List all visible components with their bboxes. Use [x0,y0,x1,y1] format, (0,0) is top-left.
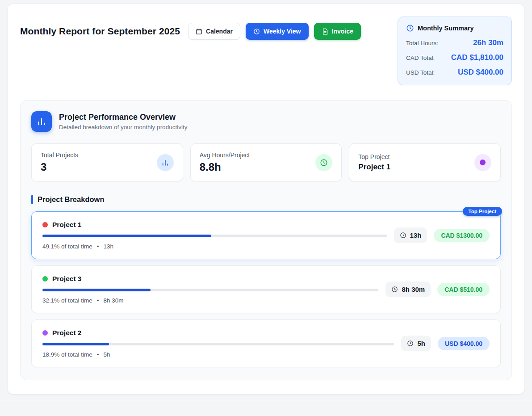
document-icon [322,28,328,35]
progress-fill [42,289,151,291]
stat-value: Project 1 [358,163,390,172]
clock-icon [406,24,414,32]
progress-track [42,235,387,237]
breakdown-title: Project Breakdown [38,195,104,204]
weekly-view-button[interactable]: Weekly View [246,23,309,40]
calendar-button[interactable]: Calendar [188,23,240,40]
duration-pill: 5h [401,336,431,351]
stat-card-total-projects: Total Projects 3 [31,143,183,181]
progress-track [42,343,394,345]
project-name: Project 3 [52,275,81,283]
stat-label: Total Projects [41,151,78,159]
summary-value: 26h 30m [473,38,503,47]
invoice-button[interactable]: Invoice [314,23,361,40]
overview-title: Project Performance Overview [59,113,187,122]
summary-title: Monthly Summary [418,25,474,32]
project-duration-text: 8h 30m [104,297,124,304]
project-breakdown-header: Project Breakdown [31,195,501,204]
amount-pill: USD $400.00 [438,337,490,350]
summary-label: USD Total: [406,69,435,76]
monthly-report-page: Monthly Report for September 2025 Calend… [7,4,525,395]
accent-bar [31,195,33,204]
purple-dot [480,160,486,165]
percent-of-total: 32.1% of total time [42,297,92,304]
performance-overview-section: Project Performance Overview Detailed br… [20,100,512,380]
progress-fill [42,343,109,345]
summary-label: CAD Total: [406,55,435,61]
project-duration-text: 13h [104,243,114,250]
overview-subtitle: Detailed breakdown of your monthly produ… [59,124,187,130]
percent-of-total: 18.9% of total time [42,351,92,358]
duration-value: 8h 30m [402,286,425,293]
progress-track [42,289,378,291]
stat-label: Top Project [358,153,390,160]
top-project-badge: Top Project [463,207,502,216]
summary-row-total-hours: Total Hours: 26h 30m [406,38,503,47]
duration-value: 5h [417,340,425,347]
stat-value: 3 [41,161,78,173]
project-color-dot [42,276,48,282]
amount-pill: CAD $1300.00 [434,229,490,242]
page-title: Monthly Report for September 2025 [20,26,180,37]
calendar-icon [196,28,202,35]
separator-dot: • [97,351,99,358]
stat-card-avg-hours: Avg Hours/Project 8.8h [190,143,342,181]
clock-icon [253,28,260,35]
bar-chart-icon [31,111,52,132]
stats-row: Total Projects 3 Avg Hours/Project 8.8h [31,143,501,181]
clock-icon [391,286,398,293]
monthly-summary-card: Monthly Summary Total Hours: 26h 30m CAD… [398,17,512,85]
project-color-dot [42,330,48,336]
clock-icon [315,154,332,171]
separator-dot: • [97,243,99,250]
separator-dot: • [97,297,99,304]
summary-label: Total Hours: [406,40,438,46]
duration-value: 13h [410,231,422,239]
page-bottom-divider [0,401,532,401]
duration-pill: 8h 30m [385,282,431,297]
project-color-icon [474,154,491,171]
project-color-dot [42,222,48,227]
bar-chart-icon [157,154,174,171]
duration-pill: 13h [394,227,427,243]
project-card[interactable]: Project 2 18.9% of total time • 5h 5h US… [31,319,501,367]
weekly-view-button-label: Weekly View [264,28,301,35]
project-name: Project 1 [52,221,81,229]
summary-value: CAD $1,810.00 [451,53,503,62]
clock-icon [400,232,406,239]
project-card[interactable]: Top Project Project 1 49.1% of total tim… [31,211,501,259]
progress-fill [42,235,211,237]
summary-value: USD $400.00 [458,68,503,77]
stat-label: Avg Hours/Project [200,151,250,159]
clock-icon [407,340,414,347]
summary-row-cad-total: CAD Total: CAD $1,810.00 [406,53,503,62]
project-card[interactable]: Project 3 32.1% of total time • 8h 30m 8… [31,265,501,313]
stat-card-top-project: Top Project Project 1 [349,143,501,181]
project-name: Project 2 [52,329,81,337]
project-duration-text: 5h [104,351,110,358]
calendar-button-label: Calendar [206,28,233,35]
invoice-button-label: Invoice [332,28,353,35]
page-header: Monthly Report for September 2025 Calend… [20,17,512,85]
stat-value: 8.8h [200,161,250,173]
summary-row-usd-total: USD Total: USD $400.00 [406,68,503,77]
percent-of-total: 49.1% of total time [42,243,92,250]
amount-pill: CAD $510.00 [437,283,490,296]
